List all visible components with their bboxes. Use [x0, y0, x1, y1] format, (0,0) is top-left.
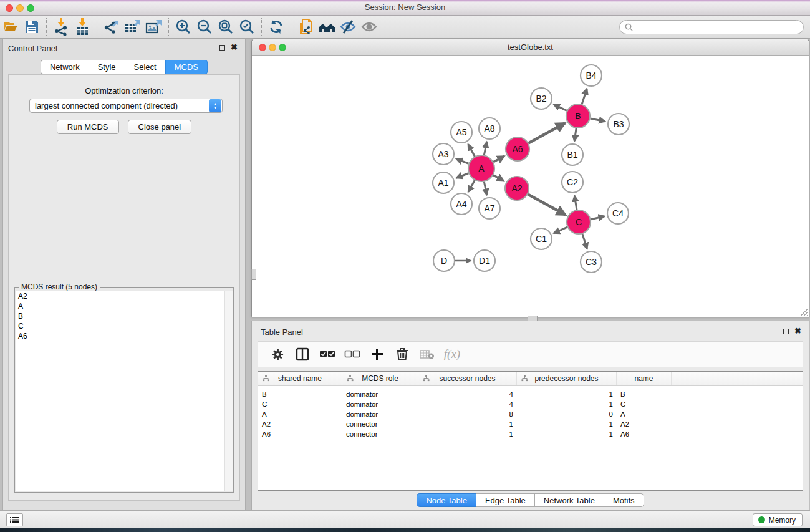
column-header-mcds-role[interactable]: MCDS role [342, 372, 418, 385]
table-row[interactable]: A6connector11A6 [258, 430, 803, 440]
criterion-select[interactable]: largest connected component (directed) ▲… [29, 99, 223, 113]
delete-table-icon[interactable] [418, 345, 436, 364]
graph-edge-A-A3[interactable] [456, 159, 469, 163]
graph-node-A2[interactable]: A2 [505, 177, 529, 200]
graph-edge-B-B2[interactable] [554, 104, 567, 110]
mcds-list-scrollbar[interactable] [224, 291, 233, 491]
tab-motifs[interactable]: Motifs [604, 493, 644, 507]
graph-node-B[interactable]: B [566, 104, 590, 128]
run-mcds-button[interactable]: Run MCDS [57, 120, 119, 134]
table-row[interactable]: Adominator80A [258, 410, 803, 420]
graph-node-A1[interactable]: A1 [433, 172, 454, 193]
hide-selected-icon[interactable] [337, 17, 359, 37]
graph-node-A4[interactable]: A4 [451, 193, 472, 215]
memory-button[interactable]: Memory [753, 513, 803, 526]
zoom-out-icon[interactable] [194, 17, 215, 37]
first-neighbors-icon[interactable] [316, 17, 337, 37]
split-columns-icon[interactable] [293, 345, 312, 364]
table-row[interactable]: A2connector11A2 [258, 420, 803, 430]
search-field[interactable] [619, 20, 804, 34]
save-session-icon[interactable] [21, 17, 42, 37]
tab-network-table[interactable]: Network Table [534, 493, 604, 507]
graph-node-C4[interactable]: C4 [607, 203, 629, 224]
graph-edge-C-C1[interactable] [554, 227, 567, 233]
graph-edge-A-A4[interactable] [468, 180, 475, 192]
open-file-icon[interactable] [0, 17, 21, 37]
list-item[interactable]: B [16, 311, 233, 321]
select-all-rows-icon[interactable] [318, 345, 337, 364]
tab-network[interactable]: Network [41, 60, 89, 74]
list-item[interactable]: C [16, 321, 233, 331]
graph-edge-B-B1[interactable] [574, 128, 576, 141]
mcds-result-list[interactable]: A2ABCA6 [16, 291, 233, 491]
graph-edge-A-A6[interactable] [493, 156, 504, 162]
graph-node-C1[interactable]: C1 [531, 228, 552, 249]
graph-edge-A-A1[interactable] [456, 173, 469, 178]
network-window-titlebar[interactable]: testGlobe.txt [252, 39, 809, 56]
graph-node-A5[interactable]: A5 [451, 122, 472, 143]
column-header-name[interactable]: name [617, 372, 672, 385]
close-panel-button[interactable]: Close panel [128, 120, 192, 134]
close-panel-icon[interactable]: ✖ [231, 42, 238, 52]
column-header-predecessor-nodes[interactable]: predecessor nodes [517, 372, 617, 385]
graph-node-A6[interactable]: A6 [506, 137, 529, 161]
graph-node-D[interactable]: D [433, 250, 455, 271]
graph-edge-A2-C[interactable] [528, 195, 566, 215]
graph-node-A[interactable]: A [468, 155, 494, 181]
close-table-panel-icon[interactable]: ✖ [794, 326, 801, 336]
table-row[interactable]: Bdominator41B [258, 390, 803, 400]
graph-edge-C-C2[interactable] [574, 196, 577, 210]
network-graph[interactable]: B4B2BB3A5A8A6B1A3AC2A1A2A4A7C4CC1C3DD1 [252, 56, 809, 317]
graph-node-C[interactable]: C [567, 210, 591, 234]
export-network-icon[interactable] [101, 17, 122, 37]
graph-node-A3[interactable]: A3 [433, 143, 454, 165]
delete-column-icon[interactable] [393, 345, 412, 364]
add-column-icon[interactable] [368, 345, 387, 364]
show-all-icon[interactable] [359, 17, 380, 37]
graph-node-D1[interactable]: D1 [474, 250, 495, 271]
list-item[interactable]: A [16, 301, 233, 311]
column-header-successor-nodes[interactable]: successor nodes [418, 372, 517, 385]
gear-icon[interactable] [268, 345, 287, 364]
column-header-shared-name[interactable]: shared name [258, 372, 342, 385]
refresh-layout-icon[interactable] [266, 17, 287, 37]
search-input[interactable] [636, 23, 798, 32]
export-table-icon[interactable] [122, 17, 143, 37]
graph-edge-A-A7[interactable] [484, 182, 486, 195]
tab-mcds[interactable]: MCDS [165, 60, 208, 74]
zoom-in-icon[interactable] [173, 17, 194, 37]
function-builder-icon[interactable]: f(x) [443, 345, 461, 364]
export-image-icon[interactable] [143, 17, 165, 37]
graph-node-A7[interactable]: A7 [479, 198, 500, 219]
table-row[interactable]: Cdominator41C [258, 400, 803, 410]
graph-edge-B-B4[interactable] [582, 89, 587, 104]
deselect-all-rows-icon[interactable] [343, 345, 362, 364]
list-item[interactable]: A2 [16, 291, 233, 301]
graph-node-B3[interactable]: B3 [608, 114, 629, 135]
list-item[interactable]: A6 [16, 331, 233, 341]
graph-node-B4[interactable]: B4 [581, 65, 602, 86]
panel-grip-handle[interactable] [251, 269, 256, 280]
float-table-panel-icon[interactable] [783, 329, 789, 334]
zoom-fit-icon[interactable] [215, 17, 236, 37]
tab-edge-table[interactable]: Edge Table [476, 493, 534, 507]
tab-select[interactable]: Select [125, 60, 165, 74]
graph-node-C2[interactable]: C2 [562, 172, 583, 193]
float-panel-icon[interactable] [219, 45, 225, 51]
graph-node-C3[interactable]: C3 [581, 251, 602, 273]
task-history-button[interactable] [6, 513, 23, 526]
graph-edge-C-C4[interactable] [591, 216, 605, 220]
tab-node-table[interactable]: Node Table [417, 493, 476, 507]
graph-edge-C-C3[interactable] [582, 234, 587, 249]
graph-edge-B-B3[interactable] [591, 118, 605, 122]
new-network-from-selection-icon[interactable] [295, 17, 316, 37]
import-table-icon[interactable] [72, 17, 93, 37]
graph-node-B2[interactable]: B2 [531, 88, 552, 109]
graph-node-A8[interactable]: A8 [479, 118, 500, 139]
graph-node-B1[interactable]: B1 [562, 144, 583, 165]
graph-edge-A-A8[interactable] [484, 142, 486, 155]
window-resize-handle[interactable] [801, 308, 808, 316]
graph-edge-A6-B[interactable] [529, 123, 565, 143]
zoom-selected-icon[interactable] [236, 17, 258, 37]
import-network-icon[interactable] [51, 17, 72, 37]
